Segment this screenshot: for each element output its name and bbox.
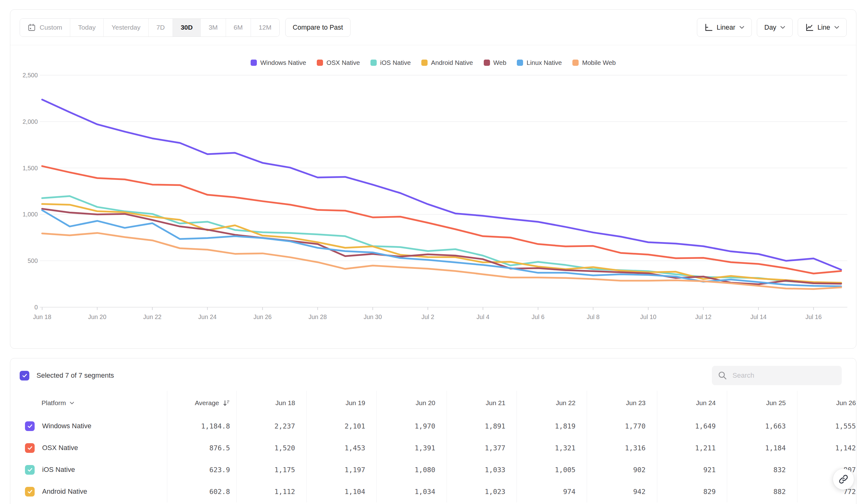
- selected-summary-row: Selected 7 of 7 segments: [20, 371, 114, 381]
- date-range-group: Custom TodayYesterday7D30D3M6M12M: [20, 19, 280, 37]
- value-cell: 1,970: [377, 415, 447, 437]
- date-range-yesterday[interactable]: Yesterday: [104, 19, 149, 36]
- date-range-6m[interactable]: 6M: [226, 19, 251, 36]
- row-checkbox[interactable]: [25, 487, 35, 496]
- legend-label: iOS Native: [380, 59, 411, 66]
- selected-summary-label: Selected 7 of 7 segments: [36, 371, 114, 380]
- platform-label: iOS Native: [42, 465, 75, 474]
- line-chart-icon: [805, 23, 813, 32]
- chevron-down-icon: [739, 26, 744, 29]
- linear-axis-icon: [704, 23, 713, 32]
- legend-item-ios-native[interactable]: iOS Native: [371, 59, 411, 66]
- row-checkbox[interactable]: [25, 465, 35, 475]
- column-header-platform[interactable]: Platform: [10, 391, 167, 415]
- interval-dropdown[interactable]: Day: [757, 18, 793, 37]
- value-cell: 2,237: [237, 415, 307, 437]
- x-axis-label: Jun 22: [143, 314, 162, 320]
- column-header-label: Jun 26: [836, 399, 856, 407]
- value-cell: 2,101: [307, 415, 377, 437]
- value-cell: 902: [587, 459, 657, 481]
- scale-dropdown[interactable]: Linear: [697, 18, 752, 37]
- value-cell: 1,184: [727, 437, 798, 459]
- column-header-label: Jun 25: [766, 399, 786, 407]
- search-input[interactable]: [712, 366, 842, 385]
- value-cell: 1,023: [447, 481, 517, 502]
- legend-swatch: [421, 59, 428, 66]
- table-row-platform-android-native: Android Native: [10, 481, 167, 502]
- date-range-today[interactable]: Today: [70, 19, 104, 36]
- check-icon: [27, 423, 33, 429]
- value-cell: 1,321: [517, 437, 587, 459]
- value-cell: 1,080: [377, 459, 447, 481]
- legend-label: Mobile Web: [582, 59, 616, 66]
- scale-dropdown-label: Linear: [717, 24, 735, 32]
- y-axis-label: 2,000: [22, 118, 38, 125]
- legend-swatch: [250, 59, 257, 66]
- legend-label: Web: [493, 59, 506, 66]
- average-cell: 1,184.8: [167, 415, 237, 437]
- x-axis-label: Jul 16: [805, 314, 822, 320]
- chart-panel: Custom TodayYesterday7D30D3M6M12M Compar…: [10, 9, 856, 349]
- chart-type-dropdown[interactable]: Line: [798, 18, 847, 37]
- row-checkbox[interactable]: [25, 443, 35, 453]
- y-axis-label: 1,000: [22, 211, 38, 218]
- column-header-jun-18: Jun 18: [237, 391, 307, 415]
- row-checkbox[interactable]: [25, 421, 35, 431]
- select-all-checkbox[interactable]: [20, 371, 29, 381]
- segments-header: Selected 7 of 7 segments: [10, 358, 856, 391]
- column-header-jun-20: Jun 20: [377, 391, 447, 415]
- compare-to-past-button[interactable]: Compare to Past: [285, 18, 351, 37]
- legend-label: OSX Native: [327, 59, 360, 66]
- y-axis-label: 0: [34, 304, 38, 311]
- chart-options-toolbar: Linear Day Line: [697, 18, 847, 37]
- legend-item-linux-native[interactable]: Linux Native: [517, 59, 562, 66]
- date-range-30d[interactable]: 30D: [173, 19, 201, 36]
- sort-desc-icon: [222, 399, 230, 407]
- column-header-label: Jun 18: [276, 399, 295, 407]
- date-range-12m[interactable]: 12M: [251, 19, 279, 36]
- value-cell: 1,377: [447, 437, 517, 459]
- y-axis-label: 2,500: [22, 72, 38, 79]
- value-cell: 1,197: [307, 459, 377, 481]
- date-range-3m[interactable]: 3M: [201, 19, 226, 36]
- share-link-button[interactable]: [833, 469, 854, 490]
- x-axis-label: Jun 28: [308, 314, 327, 320]
- legend-item-web[interactable]: Web: [484, 59, 506, 66]
- value-cell: 1,663: [727, 415, 798, 437]
- date-range-custom[interactable]: Custom: [20, 19, 70, 36]
- x-axis-label: Jul 4: [477, 314, 489, 320]
- column-header-jun-23: Jun 23: [587, 391, 657, 415]
- column-header-jun-19: Jun 19: [307, 391, 377, 415]
- value-cell: 1,649: [657, 415, 728, 437]
- legend-label: Windows Native: [260, 59, 306, 66]
- average-cell: 623.9: [167, 459, 237, 481]
- table-row-platform-ios-native: iOS Native: [10, 459, 167, 481]
- table-row-platform-windows-native: Windows Native: [10, 415, 167, 437]
- column-header-jun-22: Jun 22: [517, 391, 587, 415]
- legend-swatch: [317, 59, 323, 66]
- chevron-down-icon: [834, 26, 839, 29]
- value-cell: 1,005: [517, 459, 587, 481]
- value-cell: 832: [727, 459, 798, 481]
- x-axis-label: Jul 2: [421, 314, 434, 320]
- legend-label: Android Native: [431, 59, 473, 66]
- segments-table: PlatformAverageJun 18Jun 19Jun 20Jun 21J…: [10, 391, 856, 502]
- column-header-average[interactable]: Average: [167, 391, 237, 415]
- legend-item-osx-native[interactable]: OSX Native: [317, 59, 360, 66]
- calendar-icon: [28, 24, 35, 32]
- value-cell: 1,112: [237, 481, 307, 502]
- date-range-7d[interactable]: 7D: [149, 19, 173, 36]
- x-axis-label: Jun 30: [364, 314, 382, 320]
- series-line-web[interactable]: [42, 209, 841, 284]
- chart-toolbar: Custom TodayYesterday7D30D3M6M12M Compar…: [10, 10, 856, 45]
- column-header-label: Jun 19: [345, 399, 365, 407]
- legend-item-windows-native[interactable]: Windows Native: [250, 59, 306, 66]
- legend-item-mobile-web[interactable]: Mobile Web: [572, 59, 616, 66]
- value-cell: 1,555: [798, 415, 856, 437]
- chart-legend: Windows NativeOSX NativeiOS NativeAndroi…: [10, 58, 856, 67]
- value-cell: 829: [657, 481, 728, 502]
- column-header-label: Jun 20: [416, 399, 435, 407]
- value-cell: 1,034: [377, 481, 447, 502]
- x-axis-label: Jun 26: [254, 314, 272, 320]
- legend-item-android-native[interactable]: Android Native: [421, 59, 473, 66]
